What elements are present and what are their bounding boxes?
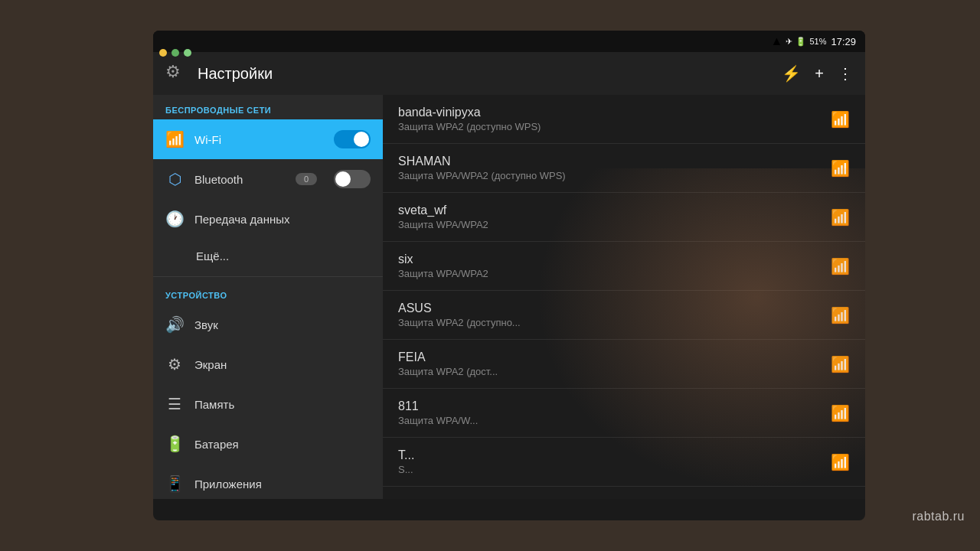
dot-green-light	[184, 49, 191, 57]
sidebar-item-sound[interactable]: 🔊 Звук	[153, 305, 383, 344]
sound-icon: 🔊	[165, 315, 184, 334]
section-device: УСТРОЙСТВО	[153, 280, 383, 305]
apps-label: Приложения	[194, 478, 262, 491]
content-area: БЕСПРОВОДНЫЕ СЕТИ 📶 Wi-Fi ⬡ Bluetooth 0 …	[153, 95, 865, 499]
sidebar-item-data[interactable]: 🕐 Передача данных	[153, 199, 383, 239]
status-bar: ▲ ✈ 🔋 51% 17:29	[153, 31, 865, 52]
battery-label: Батарея	[194, 438, 239, 451]
page-title: Настройки	[198, 65, 773, 83]
memory-label: Память	[194, 398, 234, 411]
add-button[interactable]: +	[815, 65, 824, 83]
wifi-signal-icon: 📶	[831, 208, 850, 227]
network-banda-vinipyxa[interactable]: banda-vinipyxa Защита WPA2 (доступно WPS…	[383, 95, 865, 144]
network-security: Защита WPA/WPA2 (доступно WPS)	[398, 170, 822, 181]
network-info: FEIA Защита WPA2 (дост...	[398, 350, 822, 377]
wifi-network-list: banda-vinipyxa Защита WPA2 (доступно WPS…	[383, 95, 865, 499]
network-name: T...	[398, 448, 822, 462]
wifi-signal-icon: 📶	[831, 404, 850, 422]
network-info: SHAMAN Защита WPA/WPA2 (доступно WPS)	[398, 155, 822, 181]
more-label: Ещё...	[196, 249, 229, 262]
apps-icon: 📱	[165, 474, 184, 493]
watermark: rabtab.ru	[912, 510, 965, 523]
wifi-status-icon: ▲	[771, 34, 783, 48]
wifi-signal-icon: 📶	[831, 453, 850, 471]
network-info: banda-vinipyxa Защита WPA2 (доступно WPS…	[398, 106, 822, 132]
battery-sidebar-icon: 🔋	[165, 435, 184, 453]
screen-icon: ⚙	[165, 355, 184, 373]
sidebar-item-apps[interactable]: 📱 Приложения	[153, 464, 383, 499]
status-icons: ▲ ✈ 🔋 51%	[771, 34, 827, 48]
network-info: sveta_wf Защита WPA/WPA2	[398, 204, 822, 230]
battery-percent: 51%	[809, 37, 826, 46]
bluetooth-label: Bluetooth	[194, 173, 243, 186]
wifi-signal-icon: 📶	[831, 306, 850, 324]
bluetooth-badge: 0	[296, 173, 317, 185]
network-security: S...	[398, 464, 822, 475]
network-security: Защита WPA/WPA2	[398, 219, 822, 230]
network-security: Защита WPA2 (доступно...	[398, 317, 822, 328]
flash-icon[interactable]: ⚡	[782, 64, 801, 83]
sidebar: БЕСПРОВОДНЫЕ СЕТИ 📶 Wi-Fi ⬡ Bluetooth 0 …	[153, 95, 383, 499]
network-asus[interactable]: ASUS Защита WPA2 (доступно... 📶	[383, 291, 865, 340]
top-action-icons: ⚡ + ⋮	[782, 64, 853, 83]
screen-label: Экран	[194, 358, 227, 371]
sidebar-item-bluetooth[interactable]: ⬡ Bluetooth 0	[153, 159, 383, 199]
sidebar-item-memory[interactable]: ☰ Память	[153, 384, 383, 424]
network-shaman[interactable]: SHAMAN Защита WPA/WPA2 (доступно WPS) 📶	[383, 144, 865, 193]
network-name: 811	[398, 399, 822, 413]
wifi-toggle[interactable]	[334, 130, 371, 148]
battery-icon: 🔋	[795, 37, 806, 47]
network-security: Защита WPA2 (доступно WPS)	[398, 121, 822, 132]
divider-1	[153, 276, 383, 277]
network-security: Защита WPA2 (дост...	[398, 366, 822, 377]
data-label: Передача данных	[194, 213, 290, 226]
tablet-screen: ▲ ✈ 🔋 51% 17:29 ⚙ Настройки ⚡ + ⋮ БЕСПРО…	[153, 31, 865, 520]
dot-yellow	[159, 49, 167, 57]
network-name: six	[398, 253, 822, 266]
network-sveta-wf[interactable]: sveta_wf Защита WPA/WPA2 📶	[383, 193, 865, 242]
sidebar-item-screen[interactable]: ⚙ Экран	[153, 344, 383, 384]
network-name: FEIA	[398, 350, 822, 364]
network-feia[interactable]: FEIA Защита WPA2 (дост... 📶	[383, 340, 865, 389]
network-name: SHAMAN	[398, 155, 822, 168]
wifi-icon: 📶	[165, 130, 184, 148]
wifi-signal-icon: 📶	[831, 159, 850, 178]
wifi-signal-icon: 📶	[831, 257, 850, 276]
settings-gear-icon: ⚙	[165, 62, 188, 85]
network-name: banda-vinipyxa	[398, 106, 822, 119]
settings-container: ⚙ Настройки ⚡ + ⋮ БЕСПРОВОДНЫЕ СЕТИ 📶 Wi…	[153, 52, 865, 499]
more-options-button[interactable]: ⋮	[838, 64, 853, 83]
network-security: Защита WPA/WPA2	[398, 268, 822, 279]
network-security: Защита WPA/W...	[398, 415, 822, 426]
sidebar-item-wifi[interactable]: 📶 Wi-Fi	[153, 119, 383, 159]
memory-icon: ☰	[165, 395, 184, 413]
network-info: T... S...	[398, 448, 822, 475]
section-wireless: БЕСПРОВОДНЫЕ СЕТИ	[153, 95, 383, 119]
bluetooth-icon: ⬡	[165, 170, 184, 188]
network-info: ASUS Защита WPA2 (доступно...	[398, 302, 822, 328]
sidebar-item-more[interactable]: Ещё...	[153, 239, 383, 273]
network-name: ASUS	[398, 302, 822, 315]
top-bar: ⚙ Настройки ⚡ + ⋮	[153, 52, 865, 95]
app-dots	[153, 46, 198, 60]
status-time: 17:29	[831, 36, 856, 47]
network-t[interactable]: T... S... 📶	[383, 438, 865, 487]
sound-label: Звук	[194, 318, 218, 331]
wifi-label: Wi-Fi	[194, 133, 221, 146]
network-name: sveta_wf	[398, 204, 822, 217]
network-811[interactable]: 811 Защита WPA/W... 📶	[383, 389, 865, 438]
network-six[interactable]: six Защита WPA/WPA2 📶	[383, 242, 865, 291]
bluetooth-toggle[interactable]	[334, 170, 371, 188]
network-info: 811 Защита WPA/W...	[398, 399, 822, 426]
network-info: six Защита WPA/WPA2	[398, 253, 822, 279]
wifi-signal-icon: 📶	[831, 110, 850, 129]
data-icon: 🕐	[165, 210, 184, 228]
signal-icon: ✈	[786, 37, 792, 47]
dot-green-dark	[172, 49, 179, 57]
sidebar-item-battery[interactable]: 🔋 Батарея	[153, 424, 383, 464]
wifi-signal-icon: 📶	[831, 355, 850, 373]
